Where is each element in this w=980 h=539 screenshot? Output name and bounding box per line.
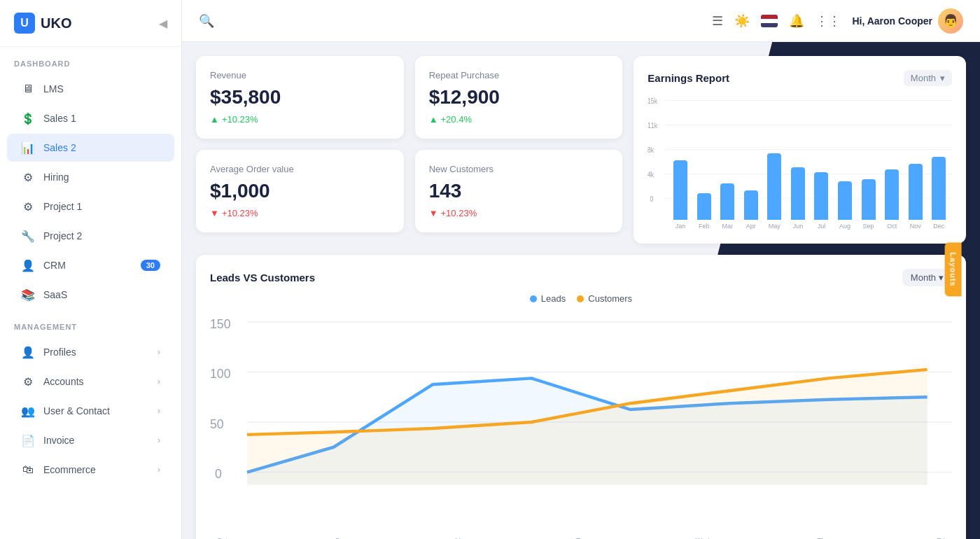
sidebar-item-label: Profiles	[43, 346, 76, 358]
sidebar-collapse-button[interactable]: ◀	[159, 17, 167, 30]
month-selector[interactable]: Month ▾	[904, 70, 952, 86]
lms-icon: 🖥	[21, 82, 35, 96]
menu-icon[interactable]: ☰	[712, 13, 723, 29]
sidebar-item-lms[interactable]: 🖥LMS	[7, 75, 174, 103]
sidebar-item-project2[interactable]: 🔧Project 2	[7, 222, 174, 250]
legend-customers: Customers	[577, 293, 632, 304]
chevron-right-icon: ›	[158, 465, 160, 475]
stat-card-repeat: Repeat Purchase $12,900 ▲ +20.4%	[415, 56, 623, 139]
user-avatar: 👨	[938, 8, 963, 34]
sidebar-item-saas[interactable]: 📚SaaS	[7, 281, 174, 309]
saas-icon: 📚	[21, 288, 35, 302]
arrow-down-icon: ▼	[429, 208, 438, 218]
stat-change: ▼ +10.23%	[210, 208, 390, 218]
user-contact-icon: 👥	[21, 404, 35, 418]
sidebar-nav: DASHBOARD🖥LMS💲Sales 1📊Sales 2⚙Hiring⚙Pro…	[0, 47, 181, 485]
bar	[720, 183, 734, 220]
leads-title: Leads VS Customers	[210, 272, 315, 284]
stat-value: 143	[429, 180, 609, 202]
nav-badge: 30	[141, 260, 160, 271]
chevron-right-icon: ›	[158, 406, 160, 416]
bell-icon[interactable]: 🔔	[789, 13, 804, 29]
sidebar-item-profiles[interactable]: 👤Profiles›	[7, 338, 174, 366]
svg-text:0: 0	[215, 467, 222, 481]
sidebar-item-ecommerce[interactable]: 🛍Ecommerce›	[7, 456, 174, 484]
profiles-icon: 👤	[21, 345, 35, 359]
sidebar-item-invoice[interactable]: 📄Invoice›	[7, 426, 174, 454]
sidebar-item-label: SaaS	[43, 289, 67, 300]
sidebar: U UKO ◀ DASHBOARD🖥LMS💲Sales 1📊Sales 2⚙Hi…	[0, 0, 182, 539]
arrow-down-icon: ▼	[210, 208, 219, 218]
svg-marker-19	[247, 370, 927, 485]
legend-leads: Leads	[530, 293, 566, 304]
stat-value: $35,800	[210, 86, 390, 108]
sidebar-item-label: CRM	[43, 260, 66, 271]
svg-text:100: 100	[210, 367, 231, 381]
flag-icon	[761, 15, 778, 27]
leads-chart-header: Leads VS Customers Month ▾	[210, 269, 952, 286]
bar	[673, 160, 687, 220]
sidebar-item-user-contact[interactable]: 👥User & Contact›	[7, 397, 174, 425]
user-name: Hi, Aaron Cooper	[852, 15, 932, 27]
grid-icon[interactable]: ⋮⋮	[816, 13, 841, 29]
sidebar-item-crm[interactable]: 👤CRM30	[7, 251, 174, 279]
chevron-right-icon: ›	[158, 377, 160, 386]
sidebar-item-hiring[interactable]: ⚙Hiring	[7, 163, 174, 191]
logo-text: UKO	[41, 15, 71, 31]
accounts-icon: ⚙	[21, 374, 35, 388]
bar-label: Apr	[746, 223, 756, 230]
theme-icon[interactable]: ☀️	[734, 13, 750, 29]
stat-card-customers: New Customers 143 ▼ +10.23%	[415, 150, 623, 232]
bar-col: Nov	[905, 164, 926, 230]
sales1-icon: 💲	[21, 111, 35, 125]
svg-text:150: 150	[210, 317, 231, 331]
search-box: 🔍	[199, 13, 704, 29]
earnings-header: Earnings Report Month ▾	[648, 70, 952, 86]
chevron-down-icon: ▾	[939, 272, 944, 283]
svg-text:50: 50	[210, 417, 224, 431]
invoice-icon: 📄	[21, 433, 35, 447]
bar	[697, 193, 711, 220]
sidebar-item-label: User & Contact	[43, 405, 110, 416]
sidebar-logo: U UKO ◀	[0, 0, 181, 47]
sidebar-item-accounts[interactable]: ⚙Accounts›	[7, 368, 174, 396]
bar-col: Feb	[694, 193, 715, 230]
stat-label: Average Order value	[210, 164, 390, 174]
sidebar-item-label: Project 1	[43, 201, 82, 212]
chevron-right-icon: ›	[158, 347, 160, 357]
stats-grid: Revenue $35,800 ▲ +10.23% Repeat Purchas…	[196, 56, 622, 232]
sidebar-item-sales2[interactable]: 📊Sales 2	[7, 134, 174, 162]
user-info[interactable]: Hi, Aaron Cooper 👨	[852, 8, 963, 34]
ecommerce-icon: 🛍	[21, 463, 35, 477]
bar-label: Dec	[933, 223, 944, 230]
stat-label: Revenue	[210, 70, 390, 80]
sidebar-item-label: Sales 2	[43, 142, 76, 153]
sales2-icon: 📊	[21, 141, 35, 155]
bar	[814, 172, 828, 220]
bar	[767, 153, 781, 220]
bar-label: Mar	[722, 223, 733, 230]
line-chart-area: 150 100 50 0	[210, 309, 952, 535]
sidebar-item-sales1[interactable]: 💲Sales 1	[7, 104, 174, 132]
leads-line-chart: 150 100 50 0	[210, 309, 952, 535]
sidebar-item-label: Accounts	[43, 376, 84, 387]
bar-label: May	[769, 223, 780, 230]
stat-label: New Customers	[429, 164, 609, 174]
logo: U UKO	[14, 13, 71, 34]
search-icon: 🔍	[199, 13, 214, 29]
bar-label: Nov	[910, 223, 921, 230]
sidebar-section-label: MANAGEMENT	[0, 310, 181, 337]
stat-label: Repeat Purchase	[429, 70, 609, 80]
sidebar-item-label: Sales 1	[43, 113, 76, 124]
earnings-card: Earnings Report Month ▾ 15k 11k 8k 4k 0	[634, 56, 966, 244]
stat-value: $1,000	[210, 180, 390, 202]
layouts-tab[interactable]: Layouts	[944, 242, 961, 296]
sidebar-item-project1[interactable]: ⚙Project 1	[7, 192, 174, 220]
bar-col: Oct	[881, 169, 902, 230]
bar-col: Aug	[834, 181, 855, 230]
bar-label: Feb	[699, 223, 710, 230]
stat-change: ▲ +10.23%	[210, 114, 390, 125]
header-right: ☰ ☀️ 🔔 ⋮⋮ Hi, Aaron Cooper 👨	[712, 8, 963, 34]
leads-chart-card: Leads VS Customers Month ▾ Leads	[196, 255, 966, 539]
bar	[862, 179, 876, 220]
